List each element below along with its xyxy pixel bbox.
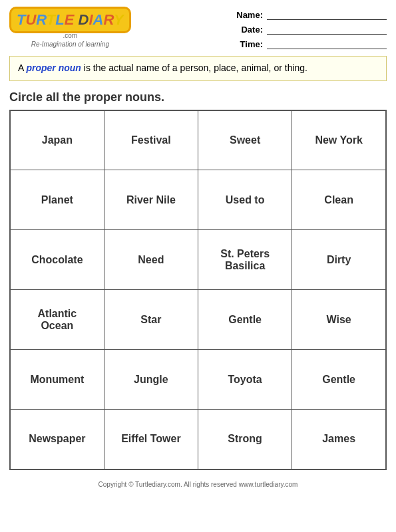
form-fields: Name: Date: Time: bbox=[233, 9, 387, 49]
table-cell: Monument bbox=[10, 350, 104, 410]
table-cell: New York bbox=[292, 110, 386, 170]
table-cell: Festival bbox=[104, 110, 198, 170]
time-row: Time: bbox=[233, 39, 387, 49]
time-label: Time: bbox=[233, 39, 263, 49]
instructions: Circle all the proper nouns. bbox=[0, 86, 396, 110]
info-bar: A proper noun is the actual name of a pe… bbox=[9, 56, 387, 81]
table-cell: Wise bbox=[292, 290, 386, 350]
table-cell: Jungle bbox=[104, 350, 198, 410]
table-cell: Gentle bbox=[198, 290, 292, 350]
logo-box: TURTLE DIARY bbox=[9, 7, 131, 33]
name-row: Name: bbox=[233, 9, 387, 20]
proper-noun-highlight: proper noun bbox=[26, 63, 81, 73]
table-cell: Japan bbox=[10, 110, 104, 170]
info-suffix: is the actual name of a person, place, a… bbox=[81, 63, 307, 73]
info-prefix: A bbox=[18, 63, 26, 73]
date-row: Date: bbox=[233, 24, 387, 35]
table-cell: Need bbox=[104, 230, 198, 290]
table-cell: AtlanticOcean bbox=[10, 290, 104, 350]
table-cell: Sweet bbox=[198, 110, 292, 170]
date-input[interactable] bbox=[267, 24, 387, 35]
time-input[interactable] bbox=[267, 39, 387, 49]
table-cell: Star bbox=[104, 290, 198, 350]
table-cell: Newspaper bbox=[10, 410, 104, 469]
footer: Copyright © Turtlediary.com. All rights … bbox=[0, 475, 396, 491]
table-cell: River Nile bbox=[104, 170, 198, 230]
table-cell: Strong bbox=[198, 410, 292, 469]
table-cell: Gentle bbox=[292, 350, 386, 410]
grid-container: JapanFestivalSweetNew YorkPlanetRiver Ni… bbox=[9, 110, 387, 470]
table-cell: Eiffel Tower bbox=[104, 410, 198, 469]
table-cell: Toyota bbox=[198, 350, 292, 410]
name-label: Name: bbox=[233, 10, 263, 20]
table-cell: Clean bbox=[292, 170, 386, 230]
header: TURTLE DIARY .com Re-Imagination of lear… bbox=[0, 0, 396, 53]
table-cell: St. PetersBasilica bbox=[198, 230, 292, 290]
table-cell: Used to bbox=[198, 170, 292, 230]
logo-com: .com bbox=[63, 32, 77, 39]
table-cell: Dirty bbox=[292, 230, 386, 290]
logo-tagline: Re-Imagination of learning bbox=[31, 41, 109, 48]
nouns-table: JapanFestivalSweetNew YorkPlanetRiver Ni… bbox=[9, 110, 387, 470]
table-cell: Planet bbox=[10, 170, 104, 230]
date-label: Date: bbox=[233, 25, 263, 35]
table-cell: Chocolate bbox=[10, 230, 104, 290]
logo-area: TURTLE DIARY .com Re-Imagination of lear… bbox=[9, 7, 131, 48]
table-cell: James bbox=[292, 410, 386, 469]
name-input[interactable] bbox=[267, 9, 387, 20]
